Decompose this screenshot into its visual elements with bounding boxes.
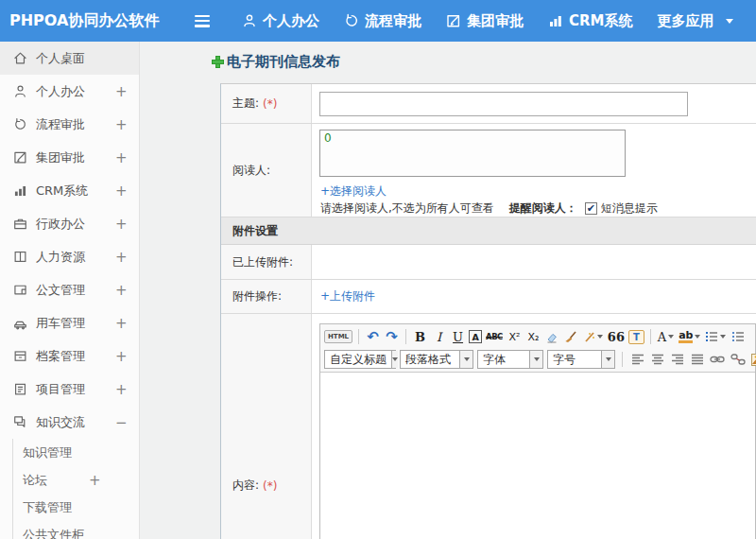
sidebar-item-process-approval[interactable]: 流程审批 + [0, 108, 139, 141]
expand-toggle[interactable]: + [115, 282, 127, 299]
sidebar-item-label: 论坛 [23, 472, 47, 489]
underline-button[interactable]: U [450, 327, 466, 346]
sms-checkbox[interactable]: ✔ [585, 202, 597, 215]
expand-toggle[interactable]: + [115, 116, 127, 133]
home-icon [13, 51, 28, 65]
sidebar-item-hr[interactable]: 人力资源 + [0, 240, 139, 273]
select-readers-link[interactable]: +选择阅读人 [320, 183, 387, 200]
align-left-button[interactable] [629, 350, 645, 369]
editor-content-area[interactable] [320, 373, 755, 539]
font-select-value: 字体 [478, 352, 529, 368]
attachment-section-title: 附件设置 [232, 223, 278, 239]
sidebar-item-knowledge-mgmt[interactable]: 知识管理 [13, 439, 139, 466]
align-center-button[interactable] [649, 350, 665, 369]
sidebar-item-document-mgmt[interactable]: 公文管理 + [0, 273, 139, 306]
content-row: 内容: (*) HTML ↶ ↷ B I U A [221, 314, 756, 539]
expand-toggle[interactable]: + [89, 472, 100, 489]
paste-as-text-button[interactable]: T [628, 330, 644, 344]
person-icon [13, 84, 28, 98]
car-icon [13, 316, 28, 330]
font-family-select[interactable]: 字体 [477, 350, 543, 369]
expand-toggle[interactable]: + [115, 381, 127, 398]
nav-personal-office[interactable]: 个人办公 [242, 12, 319, 30]
toolbar-separator [358, 329, 359, 344]
unordered-list-button[interactable] [730, 327, 746, 346]
expand-toggle[interactable]: + [115, 149, 127, 166]
expand-toggle[interactable]: + [115, 315, 127, 332]
caret-down-icon [720, 335, 726, 339]
expand-toggle[interactable]: + [115, 183, 127, 200]
readers-hint: 请选择阅读人,不选为所有人可查看 [320, 200, 494, 217]
subject-input[interactable] [319, 92, 688, 116]
knowledge-exchange-submenu: 知识管理 论坛 + 下载管理 公共文件柜 [12, 439, 139, 539]
readers-label: 阅读人: [232, 163, 270, 179]
editor-toolbar-row2: 自定义标题 段落格式 字体 字号 [320, 349, 755, 373]
html-source-button[interactable]: HTML [324, 330, 352, 343]
expand-toggle[interactable]: + [115, 83, 127, 100]
sidebar-item-admin-office[interactable]: 行政办公 + [0, 207, 139, 240]
sidebar-item-personal-office[interactable]: 个人办公 + [0, 75, 139, 108]
eraser-icon[interactable] [544, 327, 560, 346]
paragraph-select-value: 段落格式 [401, 352, 459, 368]
superscript-button[interactable]: X² [507, 327, 523, 346]
sidebar-item-personal-desktop[interactable]: 个人桌面 [0, 42, 139, 75]
editor-toolbar-row1: HTML ↶ ↷ B I U A ABC X² X₂ [320, 324, 755, 349]
highlight-color-button[interactable]: ab [678, 327, 701, 346]
sidebar-item-group-approval[interactable]: 集团审批 + [0, 141, 139, 174]
subject-row: 主题: (*) [221, 84, 756, 124]
font-style-button[interactable]: A [469, 330, 482, 343]
caret-down-icon[interactable] [726, 19, 733, 24]
subscript-button[interactable]: X₂ [525, 327, 541, 346]
sidebar-item-crm[interactable]: CRM系统 + [0, 174, 139, 207]
sidebar-item-vehicle-mgmt[interactable]: 用车管理 + [0, 306, 139, 339]
hamburger-menu-icon[interactable] [195, 15, 210, 27]
sidebar-item-project-mgmt[interactable]: 项目管理 + [0, 373, 139, 406]
required-mark: (*) [263, 479, 277, 493]
expand-toggle[interactable]: + [115, 249, 127, 266]
ordered-list-button[interactable] [704, 327, 727, 346]
nav-crm[interactable]: CRM系统 [548, 12, 633, 30]
insert-link-icon[interactable] [709, 350, 726, 369]
briefcase-icon [13, 217, 28, 231]
undo-icon[interactable]: ↶ [365, 327, 381, 346]
blockquote-button[interactable]: 66 [607, 327, 626, 346]
remove-link-icon[interactable] [730, 350, 747, 369]
sidebar-item-label: 公文管理 [36, 282, 115, 299]
attachment-section-header: 附件设置 [221, 217, 756, 245]
align-right-button[interactable] [669, 350, 685, 369]
attachment-operation-row: 附件操作: +上传附件 [221, 280, 756, 314]
edit-icon [13, 150, 28, 165]
sidebar-item-public-cabinet[interactable]: 公共文件柜 [13, 521, 139, 539]
collapse-toggle[interactable]: − [115, 414, 127, 431]
sidebar-item-knowledge-exchange[interactable]: 知识交流 − [0, 406, 139, 439]
caret-down-icon [668, 335, 674, 339]
app-logo: PHPOA协同办公软件 [0, 11, 185, 31]
strikethrough-button[interactable]: ABC [485, 327, 504, 346]
align-justify-button[interactable] [689, 350, 705, 369]
nav-group-approval[interactable]: 集团审批 [446, 12, 524, 30]
sidebar-item-archive-mgmt[interactable]: 档案管理 + [0, 339, 139, 373]
sidebar-item-label: 流程审批 [36, 116, 115, 133]
upload-attachment-link[interactable]: +上传附件 [320, 288, 375, 304]
insert-image-icon[interactable] [750, 350, 756, 369]
sidebar-item-forum[interactable]: 论坛 + [13, 466, 139, 494]
expand-toggle[interactable]: + [115, 216, 127, 233]
font-size-select[interactable]: 字号 [547, 350, 615, 369]
font-color-label: A [658, 330, 666, 344]
font-color-button[interactable]: A [657, 327, 675, 346]
redo-icon[interactable]: ↷ [384, 327, 400, 346]
bold-button[interactable]: B [412, 327, 428, 346]
sidebar-item-download-mgmt[interactable]: 下载管理 [13, 494, 139, 521]
italic-button[interactable]: I [431, 327, 447, 346]
sidebar: 个人桌面 个人办公 + 流程审批 + 集团审批 + CRM系统 + 行政办公 +… [0, 42, 140, 539]
readers-row: 阅读人: 0 +选择阅读人 请选择阅读人,不选为所有人可查看 提醒阅读人： ✔ … [221, 124, 756, 217]
heading-select[interactable]: 自定义标题 [324, 350, 396, 369]
nav-process-approval[interactable]: 流程审批 [344, 12, 421, 30]
caret-down-icon [529, 351, 542, 368]
expand-toggle[interactable]: + [115, 348, 127, 365]
readers-textarea[interactable]: 0 [319, 130, 626, 177]
nav-more-apps[interactable]: 更多应用 [658, 12, 714, 30]
format-brush-icon[interactable] [563, 327, 579, 346]
paragraph-format-select[interactable]: 段落格式 [400, 350, 473, 369]
autoformat-wand-icon[interactable] [582, 327, 604, 346]
